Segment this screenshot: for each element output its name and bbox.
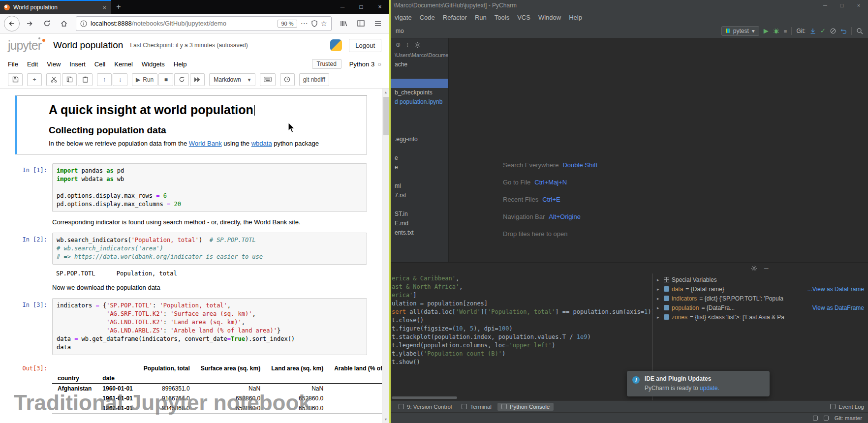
project-item-ml[interactable]: ml xyxy=(391,181,448,191)
scroll-down-icon[interactable]: ▼ xyxy=(384,418,388,421)
bookmark-star-icon[interactable]: ☆ xyxy=(321,19,327,28)
project-item[interactable] xyxy=(391,79,448,88)
pycharm-minimize-button[interactable]: ─ xyxy=(817,2,834,8)
pycharm-maximize-button[interactable]: □ xyxy=(834,2,850,8)
menu-item-refactor[interactable]: Refactor xyxy=(443,14,467,21)
menu-item-vcs[interactable]: VCS xyxy=(517,14,530,21)
project-item[interactable] xyxy=(391,172,448,181)
menu-item-help[interactable]: Help xyxy=(174,60,187,68)
project-item[interactable] xyxy=(391,116,448,125)
url-bar[interactable]: localhost:8888/notebooks/GitHub/jupytext… xyxy=(76,16,332,31)
commit-button[interactable]: ✓ xyxy=(820,27,826,34)
git-nbdiff-button[interactable]: git nbdiff xyxy=(299,73,329,86)
sidebar-toggle-button[interactable] xyxy=(353,17,368,30)
markdown-cell[interactable]: Now we download the population data xyxy=(52,284,367,291)
menu-item-run[interactable]: Run xyxy=(475,14,487,21)
command-palette-button[interactable] xyxy=(260,73,276,86)
menu-item-window[interactable]: Window xyxy=(538,14,561,21)
url-text[interactable]: localhost:8888/notebooks/GitHub/jupytext… xyxy=(91,20,274,27)
project-item[interactable] xyxy=(391,200,448,210)
status-icon[interactable] xyxy=(824,416,829,421)
project-item-ents-txt[interactable]: ents.txt xyxy=(391,228,448,238)
revert-button[interactable] xyxy=(830,28,836,34)
project-item[interactable] xyxy=(391,144,448,153)
project-item[interactable] xyxy=(391,125,448,135)
interrupt-kernel-button[interactable]: ■ xyxy=(158,73,173,86)
cell-timing-button[interactable] xyxy=(280,73,295,86)
project-item-e[interactable]: e xyxy=(391,163,448,172)
menu-button[interactable] xyxy=(371,17,385,30)
chevron-right-icon[interactable]: ▸ xyxy=(657,305,661,310)
forward-button[interactable] xyxy=(22,17,37,30)
menu-item-edit[interactable]: Edit xyxy=(27,60,38,68)
chevron-right-icon[interactable]: ▸ xyxy=(657,287,661,292)
update-project-button[interactable] xyxy=(810,28,816,34)
toolwindow-terminal[interactable]: Terminal xyxy=(458,403,495,411)
reload-button[interactable] xyxy=(39,17,54,30)
git-branch-widget[interactable]: Git: master xyxy=(835,415,862,421)
menu-item-file[interactable]: File xyxy=(8,60,18,68)
view-as-dataframe-link[interactable]: View as DataFrame xyxy=(812,304,864,311)
logout-button[interactable]: Logout xyxy=(349,39,381,52)
special-variables-row[interactable]: ▸Special Variables xyxy=(653,275,868,284)
save-button[interactable] xyxy=(8,73,23,86)
menu-item-view[interactable]: View xyxy=(47,60,61,68)
home-button[interactable] xyxy=(57,17,71,30)
menu-item-cell[interactable]: Cell xyxy=(94,60,105,68)
console-horizontal-scrollbar[interactable] xyxy=(392,396,457,399)
maximize-button[interactable]: □ xyxy=(352,0,371,14)
gear-icon[interactable] xyxy=(414,42,421,48)
zoom-indicator[interactable]: 90 % xyxy=(278,20,297,28)
project-item-ache[interactable]: ache xyxy=(391,60,448,69)
restart-kernel-button[interactable] xyxy=(174,73,189,86)
update-link[interactable]: update. xyxy=(700,385,719,392)
run-config-dropdown[interactable]: pytest ▾ xyxy=(721,26,759,36)
page-actions-icon[interactable]: ⋯ xyxy=(301,19,308,28)
trusted-badge[interactable]: Trusted xyxy=(312,59,341,69)
selected-markdown-cell[interactable]: A quick insight at world populationColle… xyxy=(15,95,367,154)
hide-panel-icon[interactable]: ─ xyxy=(426,41,431,48)
paste-cell-button[interactable] xyxy=(78,73,93,86)
project-item[interactable] xyxy=(391,107,448,116)
project-item-b-checkpoints[interactable]: b_checkpoints xyxy=(391,88,448,97)
back-button[interactable] xyxy=(4,16,20,31)
variable-row-data[interactable]: ▸data = {DataFrame}...View as DataFrame xyxy=(653,284,868,294)
browser-tab[interactable]: World population × xyxy=(0,0,111,14)
scrollbar-thumb[interactable] xyxy=(383,97,389,135)
menu-item-widgets[interactable]: Widgets xyxy=(142,60,165,68)
project-item-7-rst[interactable]: 7.rst xyxy=(391,191,448,200)
markdown-cell[interactable]: Corresponding indicator is found using s… xyxy=(52,218,367,226)
notebook-title[interactable]: World population xyxy=(53,40,123,51)
editor-area[interactable]: Search EverywhereDouble ShiftGo to FileC… xyxy=(449,38,868,262)
debug-button[interactable] xyxy=(773,28,779,34)
project-item-e[interactable]: e xyxy=(391,153,448,163)
search-everywhere-button[interactable] xyxy=(856,28,863,34)
menu-item-tools[interactable]: Tools xyxy=(495,14,509,21)
menu-item-insert[interactable]: Insert xyxy=(69,60,86,68)
toolwindow-9-version-control[interactable]: 9: Version Control xyxy=(395,403,456,411)
add-cell-button[interactable]: + xyxy=(27,73,42,86)
notification-toast[interactable]: i IDE and Plugin Updates PyCharm is read… xyxy=(627,371,770,396)
hide-toolwindow-icon[interactable]: ─ xyxy=(764,265,769,272)
pycharm-close-button[interactable]: × xyxy=(850,2,867,8)
new-tab-button[interactable]: + xyxy=(111,0,126,14)
jupyter-logo[interactable]: jupyter xyxy=(8,38,46,53)
cell-type-dropdown[interactable]: Markdown ▾ xyxy=(209,73,255,86)
stop-button[interactable]: ■ xyxy=(784,28,787,34)
status-icon[interactable] xyxy=(813,416,818,421)
menu-item-help[interactable]: Help xyxy=(569,14,582,21)
copy-cell-button[interactable] xyxy=(62,73,77,86)
project-item-egg-info[interactable]: .egg-info xyxy=(391,135,448,144)
view-as-dataframe-link[interactable]: ...View as DataFrame xyxy=(807,286,864,293)
project-item-st-in[interactable]: ST.in xyxy=(391,210,448,219)
run-cell-button[interactable]: ▶Run xyxy=(132,73,157,86)
rollback-button[interactable] xyxy=(840,28,847,34)
restart-run-all-button[interactable] xyxy=(190,73,205,86)
chevron-right-icon[interactable]: ▸ xyxy=(657,315,661,320)
project-item-e-md[interactable]: E.md xyxy=(391,219,448,228)
expand-collapse-icon[interactable]: ↕ xyxy=(406,41,409,48)
toolwindow-python-console[interactable]: Python Console xyxy=(497,403,554,411)
link-wbdata[interactable]: wbdata xyxy=(251,140,272,147)
move-cell-up-button[interactable]: ↑ xyxy=(97,73,112,86)
move-cell-down-button[interactable]: ↓ xyxy=(113,73,127,86)
